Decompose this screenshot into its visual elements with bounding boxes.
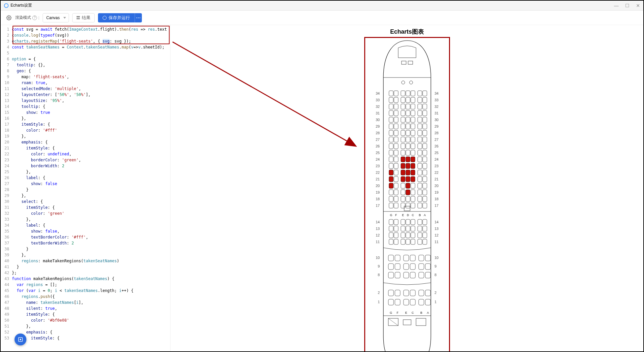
code-line[interactable]: }; [12, 270, 170, 276]
svg-rect-139 [418, 183, 422, 188]
code-line[interactable]: }, [12, 133, 170, 139]
code-line[interactable]: var regions = []; [12, 282, 170, 288]
code-line[interactable]: } [12, 264, 170, 270]
svg-text:1: 1 [377, 300, 379, 304]
code-line[interactable]: }, [12, 252, 170, 258]
code-line[interactable]: silent: true, [12, 305, 170, 311]
code-line[interactable]: tooltip: { [12, 104, 170, 110]
svg-rect-99 [394, 157, 398, 162]
code-line[interactable]: }, [12, 323, 170, 329]
code-line[interactable]: borderWidth: 2 [12, 163, 170, 169]
maximize-button[interactable]: ☐ [625, 3, 629, 8]
code-line[interactable]: name: takenSeatNames[i], [12, 300, 170, 305]
code-line[interactable]: layoutSize: '95%', [12, 98, 170, 104]
code-line[interactable]: option = { [12, 56, 170, 62]
svg-rect-235 [419, 272, 424, 278]
code-line[interactable]: } [12, 187, 170, 193]
svg-rect-45 [394, 117, 398, 122]
svg-text:19: 19 [375, 190, 379, 194]
svg-rect-100 [401, 157, 405, 162]
code-line[interactable]: selectedMode: 'multiple', [12, 86, 170, 92]
code-line[interactable]: tooltip: {}, [12, 62, 170, 68]
svg-rect-252 [425, 299, 431, 305]
svg-rect-92 [406, 150, 410, 155]
toolbar: 渲染模式 ? : Canvas 结果 保存并运行 ··· [1, 11, 643, 25]
code-line[interactable]: }, [12, 115, 170, 121]
code-line[interactable]: show: false [12, 181, 170, 187]
code-line[interactable]: color: '#bf0e08' [12, 317, 170, 323]
code-line[interactable]: color: 'green' [12, 210, 170, 216]
fab-button[interactable] [15, 334, 26, 345]
minimize-button[interactable]: — [614, 3, 619, 8]
code-line[interactable]: } [12, 246, 170, 252]
code-line[interactable]: borderColor: 'green', [12, 157, 170, 163]
svg-text:C: C [412, 213, 414, 217]
svg-rect-119 [406, 170, 410, 175]
code-line[interactable]: itemStyle: { [12, 311, 170, 317]
svg-rect-57 [411, 124, 415, 129]
code-line[interactable]: echarts.registerMap('flight-seats', { sv… [12, 38, 170, 44]
code-line[interactable]: const takenSeatNames = Context.takenSeat… [12, 44, 170, 50]
svg-text:32: 32 [435, 105, 438, 109]
svg-rect-218 [410, 255, 415, 261]
code-line[interactable]: color: undefined, [12, 151, 170, 157]
save-run-button[interactable]: 保存并运行 [98, 13, 135, 22]
code-line[interactable]: function makeTakenRegions(takenSeatNames… [12, 276, 170, 282]
code-line[interactable] [12, 50, 170, 56]
help-icon[interactable]: ? [32, 16, 37, 20]
title-bar: Echarts设置 — ☐ ✕ [1, 1, 643, 11]
code-line[interactable]: color: '#fff' [12, 127, 170, 133]
code-line[interactable]: regions: makeTakenRegions(takenSeatNames… [12, 258, 170, 264]
code-line[interactable]: itemStyle: { [12, 145, 170, 151]
code-line[interactable]: const svg = await fetch(ImageContext.fli… [12, 26, 170, 32]
more-button[interactable]: ··· [135, 13, 142, 22]
code-line[interactable]: select: { [12, 199, 170, 205]
svg-rect-206 [389, 239, 393, 244]
svg-text:13: 13 [435, 227, 438, 231]
code-line[interactable]: itemStyle: { [12, 121, 170, 127]
render-mode-select[interactable]: Canvas [43, 13, 69, 22]
code-line[interactable]: itemStyle: { [12, 205, 170, 210]
code-line[interactable]: show: true [12, 110, 170, 115]
code-line[interactable]: regions.push({ [12, 294, 170, 300]
code-line[interactable]: label: { [12, 222, 170, 228]
code-line[interactable]: textBorderColor: '#fff', [12, 234, 170, 240]
svg-rect-162 [394, 203, 398, 208]
svg-point-0 [8, 17, 10, 18]
close-button[interactable]: ✕ [636, 3, 640, 8]
svg-text:29: 29 [375, 124, 379, 128]
svg-text:27: 27 [375, 138, 379, 142]
svg-rect-136 [401, 183, 405, 188]
svg-rect-163 [401, 203, 405, 208]
code-editor[interactable]: 1234567891011121314151617181920212223242… [1, 25, 171, 351]
code-line[interactable]: geo: { [12, 68, 170, 74]
svg-text:B: B [420, 311, 422, 314]
svg-rect-76 [418, 137, 422, 142]
gear-icon[interactable] [6, 15, 12, 21]
code-line[interactable]: textBorderWidth: 2 [12, 240, 170, 246]
code-line[interactable]: show: false, [12, 228, 170, 234]
code-line[interactable]: }, [12, 193, 170, 199]
svg-text:10: 10 [375, 256, 379, 260]
code-line[interactable]: itemStyle: { [12, 335, 170, 341]
svg-text:33: 33 [435, 98, 438, 102]
svg-rect-110 [406, 163, 410, 169]
code-line[interactable]: }, [12, 169, 170, 175]
code-line[interactable]: map: 'flight-seats', [12, 74, 170, 80]
flight-seats-chart[interactable]: 3434333332323131303029292828272726262525… [365, 38, 449, 352]
code-line[interactable]: layoutCenter: ['50%', '50%'], [12, 92, 170, 98]
svg-text:14: 14 [435, 220, 438, 224]
svg-rect-66 [411, 130, 415, 136]
svg-rect-56 [406, 124, 410, 129]
svg-text:1: 1 [435, 300, 436, 304]
code-line[interactable]: emphasis: { [12, 139, 170, 145]
code-line[interactable]: emphasis: { [12, 329, 170, 335]
svg-rect-211 [418, 239, 422, 244]
code-line[interactable]: }, [12, 216, 170, 222]
code-line[interactable]: label: { [12, 175, 170, 181]
svg-rect-251 [419, 299, 424, 305]
code-line[interactable]: console.log(typeof(svg)) [12, 32, 170, 38]
code-line[interactable]: for (var i = 0; i < takenSeatNames.lengt… [12, 288, 170, 294]
result-button[interactable]: 结果 [72, 13, 95, 22]
code-line[interactable]: roam: true, [12, 80, 170, 86]
